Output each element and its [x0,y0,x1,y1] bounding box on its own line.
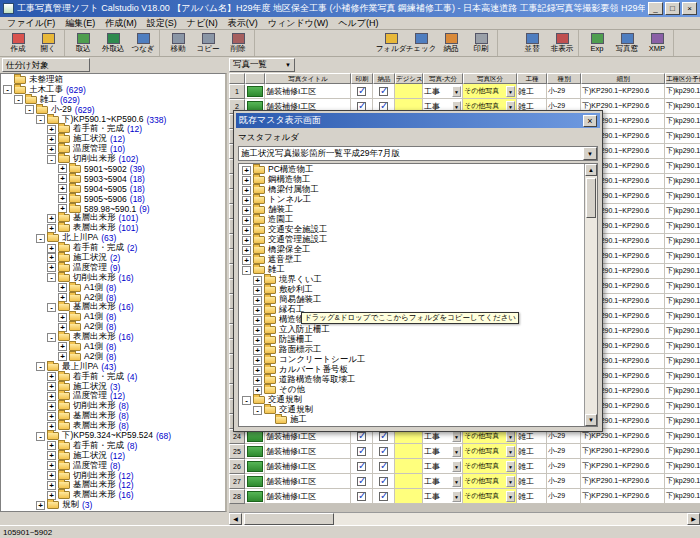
tree-item[interactable]: +施工状況(3) [1,382,225,392]
photo-thumbnail[interactable] [247,461,263,472]
column-header-8[interactable]: 工種 [517,73,547,84]
reserve-cell[interactable]: 下)kp290.1~kp290.6 [665,309,700,324]
dropdown-arrow-icon[interactable]: ▼ [506,431,515,442]
expand-icon[interactable]: + [253,326,262,335]
tree-item[interactable]: +A1側(8) [1,312,225,322]
reserve-cell[interactable]: 下)kp290.1~kp290.6 [665,234,700,249]
collapse-icon[interactable]: - [14,95,23,104]
toolbar-button-open[interactable]: 開く [33,31,63,56]
expand-icon[interactable]: + [242,246,251,255]
tree-item[interactable]: +着手前・完成(4) [1,372,225,382]
dropdown-arrow-icon[interactable]: ▼ [452,491,461,502]
toolbar-button-ext-import[interactable]: 外取込 [98,31,128,56]
deliver-checkbox[interactable] [379,432,388,441]
toolbar-button-sort[interactable]: 並替 [517,31,547,56]
toolbar-button-connect[interactable]: つなぎ [128,31,158,56]
table-horizontal-scrollbar[interactable]: ◀ ▶ [229,512,700,525]
expand-icon[interactable]: + [253,296,262,305]
expand-icon[interactable]: + [47,145,56,154]
toolbar-button-create[interactable]: 作成 [3,31,33,56]
expand-icon[interactable]: + [47,263,56,272]
expand-icon[interactable]: + [242,256,251,265]
tree-item[interactable]: +A1側(8) [1,283,225,293]
detail-cell[interactable]: 下)KP290.1~KP290.6 [581,444,665,459]
row-number[interactable]: 1 [229,84,245,99]
column-header-5[interactable]: デジシスト [395,73,423,84]
dropdown-arrow-icon[interactable]: ▼ [452,86,461,97]
subtype-cell[interactable]: 小-29 [547,474,581,489]
tree-item[interactable]: +施工状況(12) [1,134,225,144]
expand-icon[interactable]: + [47,461,56,470]
expand-icon[interactable]: + [47,125,56,134]
subtype-cell[interactable]: 小-29 [547,459,581,474]
collapse-icon[interactable]: - [47,333,56,342]
table-row[interactable]: 27舗装補修I工区工事▼その他写真▼雑工小-29下)KP290.1~KP290.… [229,474,700,489]
deliver-checkbox[interactable] [379,87,388,96]
table-row[interactable]: 28舗装補修I工区工事▼その他写真▼雑工小-29下)KP290.1~KP290.… [229,489,700,504]
deliver-checkbox[interactable] [379,492,388,501]
toolbar-button-check[interactable]: チェック [406,31,436,56]
toolbar-button-export[interactable]: Exp [582,31,612,56]
scroll-up-icon[interactable]: ▲ [585,164,597,176]
toolbar-button-print[interactable]: 印刷 [466,31,496,56]
toolbar-button-folder[interactable]: フォルダ [376,31,406,56]
toolbar-button-hide[interactable]: 非表示 [547,31,577,56]
dropdown-arrow-icon[interactable]: ▼ [506,86,515,97]
digi-cell[interactable] [395,489,423,504]
reserve-cell[interactable]: 下)kp290.1~kp290.6 [665,249,700,264]
tree-item[interactable]: +5905~5906(18) [1,194,225,204]
reserve-cell[interactable]: 下)kp290.1~kp290.6 [665,444,700,459]
expand-icon[interactable]: + [242,166,251,175]
tree-item[interactable]: +着手前・完成(8) [1,441,225,451]
photo-title-cell[interactable]: 舗装補修I工区 [265,489,351,504]
master-tree-item[interactable]: +舗装工 [240,205,597,215]
reserve-cell[interactable]: 下)kp290.1~kp290.6 [665,294,700,309]
reserve-cell[interactable]: 下)kp290.1~kp290.6 [665,99,700,114]
expand-icon[interactable]: + [253,366,262,375]
table-row[interactable]: 25舗装補修I工区工事▼その他写真▼雑工小-29下)KP290.1~KP290.… [229,444,700,459]
table-row[interactable]: 1舗装補修I工区工事▼その他写真▼雑工小-29下)KP290.1~KP290.6… [229,84,700,99]
reserve-cell[interactable]: 下)kp290.1~kp290.6 [665,489,700,504]
table-row[interactable]: 26舗装補修I工区工事▼その他写真▼雑工小-29下)KP290.1~KP290.… [229,459,700,474]
photo-thumbnail[interactable] [247,491,263,502]
reserve-cell[interactable]: 下)kp290.1~kp290.6 [665,384,700,399]
tree-item[interactable]: -切削出来形(102) [1,154,225,164]
reserve-cell[interactable]: 下)kp290.1~kp290.6 [665,129,700,144]
tree-item[interactable]: +5901~5902(39) [1,164,225,174]
deliver-checkbox[interactable] [379,462,388,471]
expand-icon[interactable]: + [47,402,56,411]
collapse-icon[interactable]: - [36,362,45,371]
expand-icon[interactable]: + [36,501,45,510]
column-header-7[interactable]: 写真区分 [463,73,517,84]
major-class-cell[interactable]: 工事▼ [423,84,463,99]
master-tree-item[interactable]: 施工 [240,415,597,425]
expand-icon[interactable]: + [47,253,56,262]
column-header-9[interactable]: 種別 [547,73,581,84]
detail-cell[interactable]: 下)KP290.1~KP290.6 [581,489,665,504]
reserve-cell[interactable]: 下)kp290.1~kp290.6 [665,114,700,129]
reserve-cell[interactable]: 下)kp290.1~kp290.6 [665,399,700,414]
expand-icon[interactable]: + [253,346,262,355]
expand-icon[interactable]: + [58,164,67,173]
tree-item[interactable]: +表層出来形(101) [1,223,225,233]
subtype-cell[interactable]: 小-29 [547,489,581,504]
expand-icon[interactable]: + [242,236,251,245]
expand-icon[interactable]: + [242,186,251,195]
reserve-cell[interactable]: 下)kp290.1~kp290.6 [665,84,700,99]
expand-icon[interactable]: + [253,276,262,285]
photo-title-cell[interactable]: 舗装補修I工区 [265,459,351,474]
master-tree-item[interactable]: +トンネル工 [240,195,597,205]
print-checkbox[interactable] [357,477,366,486]
photo-category-cell[interactable]: その他写真▼ [463,489,517,504]
expand-icon[interactable]: + [242,226,251,235]
expand-icon[interactable]: + [47,382,56,391]
reserve-cell[interactable]: 下)kp290.1~kp290.6 [665,159,700,174]
tree-item[interactable]: +5904~5905(18) [1,184,225,194]
collapse-icon[interactable]: - [36,234,45,243]
menu-item-view[interactable]: 表示(V) [223,17,263,30]
tree-item[interactable]: -切削出来形(16) [1,273,225,283]
tree-item[interactable]: -基層出来形(16) [1,302,225,312]
scroll-right-icon[interactable]: ▶ [687,513,700,525]
row-number[interactable]: 28 [229,489,245,504]
print-checkbox[interactable] [357,492,366,501]
